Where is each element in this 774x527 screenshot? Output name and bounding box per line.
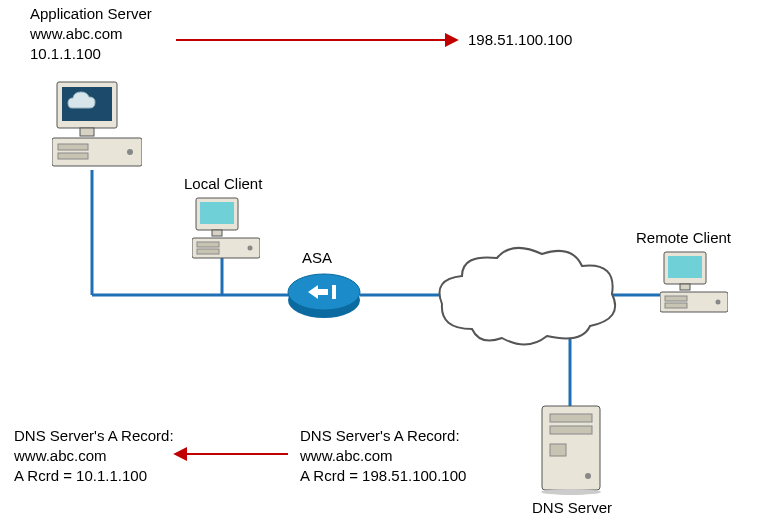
svg-rect-30 [665,296,687,301]
dns-external-record: A Rcrd = 198.51.100.100 [300,466,466,486]
dns-internal-record: A Rcrd = 10.1.1.100 [14,466,147,486]
svg-point-38 [541,489,601,495]
svg-point-32 [716,300,721,305]
svg-rect-20 [197,249,219,254]
local-client-label: Local Client [184,174,262,194]
svg-point-37 [585,473,591,479]
nat-ip: 198.51.100.100 [468,30,572,50]
svg-point-21 [248,246,253,251]
dns-external-host: www.abc.com [300,446,393,466]
svg-rect-35 [550,426,592,434]
svg-rect-19 [197,242,219,247]
app-server-hostname: www.abc.com [30,24,123,44]
app-server-title: Application Server [30,4,152,24]
dns-server-label: DNS Server [532,498,612,518]
svg-point-14 [127,149,133,155]
svg-rect-31 [665,303,687,308]
svg-rect-13 [58,153,88,159]
svg-rect-17 [212,230,222,236]
svg-rect-36 [550,444,566,456]
dns-internal-host: www.abc.com [14,446,107,466]
dns-external-header: DNS Server's A Record: [300,426,460,446]
svg-rect-25 [332,285,336,299]
local-client-icon [192,196,260,265]
dns-internal-header: DNS Server's A Record: [14,426,174,446]
dns-server-icon [536,404,606,499]
remote-client-icon [660,250,728,319]
asa-icon [284,268,364,325]
asa-label: ASA [302,248,332,268]
app-server-icon [52,78,142,177]
svg-rect-28 [680,284,690,290]
app-server-ip: 10.1.1.100 [30,44,101,64]
remote-client-label: Remote Client [636,228,731,248]
svg-rect-12 [58,144,88,150]
svg-rect-10 [80,128,94,136]
svg-rect-27 [668,256,702,278]
cloud-icon [432,244,622,357]
svg-rect-34 [550,414,592,422]
svg-rect-16 [200,202,234,224]
